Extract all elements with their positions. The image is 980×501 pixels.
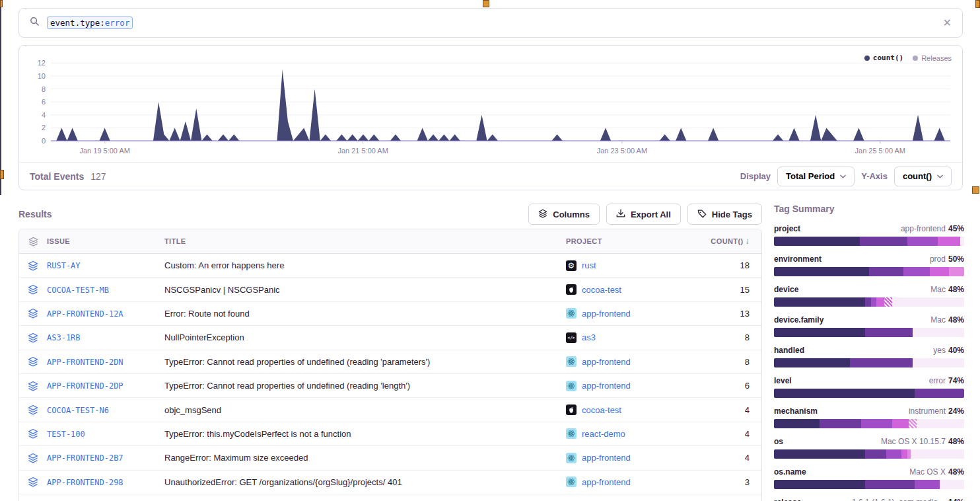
tag-percent: 74% [948,376,964,385]
tag-top-value: Mac OS X 10.15.748% [881,437,964,446]
events-area-chart: 024681012Jan 19 5:00 AMJan 21 5:00 AMJan… [19,47,962,162]
button-label: Export All [631,210,671,219]
issue-link[interactable]: APP-FRONTEND-298 [47,478,123,487]
tag-percent: 48% [948,285,964,294]
issue-link[interactable]: COCOA-TEST-N6 [47,406,109,415]
tag-top-value: yes40% [933,346,964,355]
issue-link[interactable]: AS3-1RB [47,333,81,342]
search-bar[interactable]: event.type:error ✕ [18,8,963,38]
search-query-token[interactable]: event.type:error [47,17,133,29]
count-cell: 4 [709,429,761,439]
tag-item-os.name: os.nameMac OS X48% [774,467,964,489]
tag-item-level: levelerror74% [774,376,964,398]
tag-bar-segment [930,267,949,276]
column-header-count-label: COUNT() [711,237,743,245]
platform-icon-rust: ⚙ [566,260,577,271]
issue-link[interactable]: APP-FRONTEND-2DP [47,381,123,391]
tag-distribution-bar[interactable] [774,328,964,337]
chevron-down-icon [937,174,943,178]
project-link[interactable]: app-frontend [582,453,631,463]
table-row: APP-FRONTEND-2B7RangeError: Maximum size… [19,446,761,470]
project-link[interactable]: cocoa-test [582,285,621,295]
issue-link[interactable]: APP-FRONTEND-2DN [47,358,123,367]
button-columns[interactable]: Columns [528,204,600,225]
stack-icon [19,237,47,247]
project-link[interactable]: cocoa-test [582,405,621,415]
tag-head: levelerror74% [774,376,964,385]
issue-stack-icon [19,453,47,463]
issue-link[interactable]: RUST-AY [47,261,81,270]
column-header-title[interactable]: TITLE [164,237,566,245]
table-row: APP-FRONTEND-2DPTypeError: Cannot read p… [19,374,761,398]
tag-bar-segment [907,237,938,246]
sort-desc-icon: ↓ [746,237,750,246]
tag-bar-segment [774,449,865,459]
title-cell: NullPointerException [164,332,566,342]
project-cell: app-frontend [566,453,709,463]
column-header-project[interactable]: PROJECT [566,237,709,245]
tag-item-handled: handledyes40% [774,346,964,367]
selection-edge-line [0,0,1,195]
svg-text:Jan 25 5:00 AM: Jan 25 5:00 AM [855,147,905,155]
project-link[interactable]: app-frontend [582,477,631,487]
count-cell: 3 [709,477,761,487]
issue-link[interactable]: COCOA-TEST-MB [47,286,109,295]
results-table: ISSUETITLEPROJECTCOUNT()↓ RUST-AYCustom:… [18,229,762,501]
tag-bar-segment [861,419,892,428]
title-cell: TypeError: Cannot read properties of und… [164,357,566,367]
tag-percent: 40% [948,346,964,355]
tag-percent: 48% [948,315,964,325]
tag-distribution-bar[interactable] [774,297,964,307]
project-link[interactable]: react-demo [582,429,625,439]
table-row-partial [19,494,761,501]
tag-distribution-bar[interactable] [774,358,964,367]
title-cell: Error: Route not found [164,309,566,319]
issue-cell: TEST-100 [47,429,164,439]
issue-link[interactable]: APP-FRONTEND-12A [47,309,123,319]
project-link[interactable]: as3 [582,332,596,342]
button-hide-tags[interactable]: Hide Tags [687,204,762,225]
tag-top-value: prod50% [930,254,964,264]
tag-name: mechanism [774,406,818,416]
table-row: AS3-1RBNullPointerException</>as38 [19,326,761,350]
tag-bar-segment [865,480,915,489]
project-cell: react-demo [566,428,709,439]
tag-distribution-bar[interactable] [774,237,964,246]
display-dropdown[interactable]: Total Period [777,167,855,186]
project-link[interactable]: rust [582,260,596,270]
tag-bar-segment [871,297,877,307]
button-export-all[interactable]: Export All [606,204,681,225]
title-cell: objc_msgSend [164,405,566,415]
search-icon [30,17,40,29]
tag-top-value: instrument24% [909,406,964,416]
project-cell: app-frontend [566,381,709,391]
tag-item-environment: environmentprod50% [774,254,964,276]
button-label: Columns [553,210,590,219]
issue-link[interactable]: APP-FRONTEND-2B7 [47,453,123,463]
tag-bar-segment [774,358,850,367]
tag-bar-segment [909,419,917,428]
project-link[interactable]: app-frontend [582,381,631,391]
column-header-count[interactable]: COUNT()↓ [709,237,761,246]
yaxis-dropdown[interactable]: count() [894,167,952,186]
platform-icon-react [566,381,577,391]
tag-distribution-bar[interactable] [774,419,964,428]
close-icon[interactable]: ✕ [943,18,952,28]
tag-bar-segment [869,267,903,276]
column-header-issue[interactable]: ISSUE [47,237,164,245]
issue-link[interactable]: TEST-100 [47,430,85,439]
title-cell: RangeError: Maximum size exceeded [164,453,566,463]
tag-summary: Tag Summary projectapp-frontend45%enviro… [774,204,964,501]
platform-icon-react [566,453,577,463]
issue-stack-icon [19,260,47,271]
project-link[interactable]: app-frontend [582,309,631,319]
tag-percent: 48% [948,437,964,446]
project-link[interactable]: app-frontend [582,357,631,367]
tag-distribution-bar[interactable] [774,449,964,459]
tag-distribution-bar[interactable] [774,389,964,398]
tag-bar-segment [884,297,892,307]
tag-distribution-bar[interactable] [774,267,964,276]
tag-bar-segment [774,328,865,337]
table-row: APP-FRONTEND-12AError: Route not found a… [19,302,761,326]
tag-distribution-bar[interactable] [774,480,964,489]
